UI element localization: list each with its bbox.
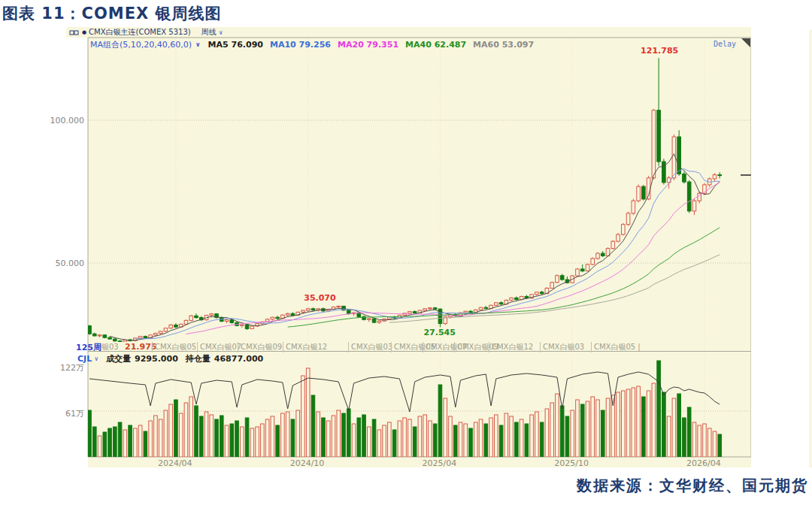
open-interest-label: 持仓量	[186, 353, 211, 364]
ma-settings[interactable]: MA组合(5,10,20,40,60,0)	[90, 39, 192, 50]
cjl-chevron-down-icon[interactable]: ∨	[94, 355, 98, 362]
price-axis-label: 50.000	[30, 259, 84, 268]
ma-legend-item: MA10 79.256	[270, 40, 331, 50]
adjacent-panel-edge	[809, 30, 812, 467]
date-axis-label: 2024/04	[158, 458, 192, 468]
ma-legend-item: MA20 79.351	[338, 40, 398, 50]
volume-value: 9295.000	[135, 354, 178, 364]
ma40-line	[288, 228, 720, 327]
cjl-indicator[interactable]: CJL	[77, 354, 92, 364]
figure-title: 图表 11：COMEX 银周线图	[2, 3, 222, 24]
date-axis-label: 2025/04	[422, 458, 456, 468]
volume-axis-label: 122万	[30, 362, 84, 373]
volume-indicator-row: CJL ∨ 成交量 9295.000 持仓量 46877.000	[77, 353, 263, 364]
contract-label: 银03	[99, 342, 119, 352]
ma-legend-item: MA40 62.487	[405, 40, 466, 50]
candlestick-series	[88, 58, 722, 343]
date-axis-label: 2024/10	[290, 458, 325, 468]
volume-label: 成交量	[106, 353, 131, 364]
date-axis-row: 2024/042024/102025/042025/102026/04	[66, 458, 751, 467]
volume-series	[88, 361, 722, 457]
contract-label: CMX白银03	[348, 342, 392, 352]
price-annotation: 27.545	[423, 328, 455, 337]
ma10-line	[135, 169, 720, 339]
contract-label: CMX白银05	[152, 342, 196, 352]
contract-label: CMX白银03	[540, 342, 584, 352]
chart-widget: ● CMX白银主连(COMEX 5313) 周线 ∨ MA组合(5,10,20,…	[66, 27, 751, 467]
ma-indicator-row: MA组合(5,10,20,40,60,0) ∨ MA5 76.090MA10 7…	[90, 40, 541, 49]
ma20-line	[186, 183, 720, 334]
contract-label: CMX白银07	[197, 342, 241, 352]
price-annotation: 121.785	[641, 46, 678, 56]
ma-legend-item: MA5 76.090	[208, 40, 263, 50]
date-axis-label: 2026/04	[686, 458, 721, 468]
data-source: 数据来源：文华财经、国元期货	[577, 476, 808, 496]
ma-chevron-down-icon[interactable]: ∨	[195, 41, 201, 48]
open-interest-value: 46877.000	[214, 354, 263, 364]
price-annotation: 35.070	[304, 293, 335, 303]
delay-label: Delay	[714, 40, 736, 48]
corner-triangle-icon	[741, 38, 750, 47]
contract-label: CMX白银05 |	[591, 342, 641, 352]
date-axis-label: 2025/10	[554, 458, 589, 468]
contract-label: CMX白银09	[238, 342, 282, 352]
contract-label: CMX白银12	[283, 342, 327, 352]
contract-label: CMX白银12	[489, 342, 533, 352]
volume-axis-label: 61万	[30, 408, 84, 419]
ma-legend-item: MA60 53.097	[473, 40, 534, 50]
price-axis-label: 100.000	[30, 116, 84, 125]
contract-axis-row: 125周银0321.975CMX白银05CMX白银07CMX白银09CMX白银1…	[66, 342, 751, 352]
bar-count-label: 125周	[76, 342, 102, 353]
chart-canvas	[66, 27, 751, 467]
